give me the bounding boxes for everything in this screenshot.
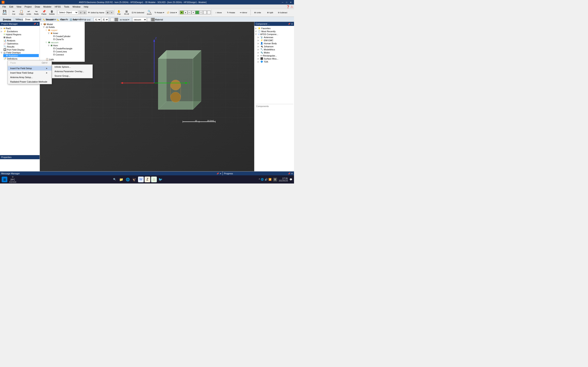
layers-icon[interactable]: ≡ — [110, 11, 113, 14]
subtract-button[interactable]: ⊖ Subtract — [277, 9, 289, 16]
ctx-radiated-power[interactable]: Radiated Power Calculation Method ▶ — [8, 80, 52, 84]
ct-molex[interactable]: ▷ 🔩 Molex — [258, 51, 293, 54]
notification-btn[interactable]: 💬 — [290, 178, 292, 181]
triangle-icon[interactable]: ▲ — [184, 11, 187, 14]
pm-close-btn[interactable]: ✕ — [37, 23, 38, 25]
ct-johanson[interactable]: ▷ 🔌 Johanson — [258, 45, 293, 48]
ct-favorites[interactable]: ▷ ⭐ Favorites — [255, 27, 293, 30]
vt-model[interactable]: ▽ 📦 Model — [41, 23, 84, 26]
tree-hybrid[interactable]: ⊞ Hybrid Regions — [1, 33, 39, 36]
tree-excitations[interactable]: ▷ ⚡ Excitations — [1, 30, 39, 33]
ctx-insert-near[interactable]: Insert Near Field Setup ▶ — [8, 71, 52, 75]
circle-icon[interactable]: ● — [191, 11, 195, 14]
ctx-paste[interactable]: Paste Ctrl+V — [8, 60, 52, 65]
rect-icon[interactable]: ▭ — [188, 11, 191, 14]
menu-tools[interactable]: Tools — [62, 4, 71, 9]
vt-inner[interactable]: ▽ ◼ Inner — [48, 32, 84, 35]
tab-desktop[interactable]: Desktop — [1, 17, 13, 21]
copy-button[interactable]: 📋 Copy — [17, 9, 25, 16]
network-icon[interactable]: 🌐 — [261, 178, 264, 181]
ct-rectangular[interactable]: ▷ ▭ Rectangular... — [258, 54, 293, 57]
pan-button[interactable]: ✋ Pan — [115, 9, 123, 16]
search-icon[interactable]: 🔍 — [112, 176, 118, 182]
rotate-button[interactable]: ↻ Rotate ▾ — [153, 9, 165, 16]
tree-results[interactable]: 📉 Results — [1, 45, 39, 48]
cp-close-btn[interactable]: ✕ — [291, 23, 293, 25]
orient-button[interactable]: 🧭 Orient ▾ — [165, 9, 178, 16]
ct-antennas[interactable]: ▷ 📡 Antennas — [258, 36, 293, 39]
material-icon2[interactable] — [151, 18, 155, 21]
tree-mesh[interactable]: ⊠ Mesh — [1, 36, 39, 39]
help-icon[interactable]: ❓ — [286, 5, 290, 8]
menu-window[interactable]: Window — [71, 4, 82, 9]
select-combo[interactable]: Select: Object — [58, 10, 78, 15]
taskbar-browser[interactable]: 🌐 — [125, 176, 131, 182]
ct-surface-mou[interactable]: ▷ ⬛ Surface Mou... — [258, 57, 293, 60]
tab-model[interactable]: Model — [33, 17, 43, 21]
model-icon1[interactable] — [111, 18, 114, 21]
mirror-button[interactable]: ⇔ Mirror — [237, 9, 250, 16]
menu-modeler[interactable]: Modeler — [42, 4, 53, 9]
cut-button[interactable]: ✂ Cut — [10, 9, 17, 16]
rotate2-button[interactable]: ↻ Rotate — [225, 9, 237, 16]
pg-close-btn[interactable]: ✕ — [291, 173, 293, 175]
tab-draw[interactable]: Draw — [23, 17, 33, 21]
select-icon2[interactable]: ◎ — [83, 11, 86, 14]
filter-icon[interactable]: ⊕ — [106, 11, 109, 14]
menu-help[interactable]: Help — [82, 4, 90, 9]
menu-project[interactable]: Project — [23, 4, 33, 9]
unite-button[interactable]: ⊕ Unite — [251, 9, 264, 16]
start-btn[interactable]: ⊞ — [2, 176, 7, 182]
tree-field-overlays[interactable]: ▽ 🗂 Field Overlays — [1, 51, 39, 54]
material-combo[interactable]: vacuum — [132, 17, 147, 22]
taskbar-edge[interactable]: 🦅 — [131, 176, 137, 182]
tree-radiation[interactable]: ☢ Radiation — [3, 54, 39, 57]
ellipse-icon[interactable]: ⬯ — [195, 11, 199, 14]
menu-hfss[interactable]: HFSS — [53, 4, 62, 9]
tree-analysis[interactable]: 📊 Analysis — [1, 39, 39, 42]
vt-solids[interactable]: ▽ 🗃 Solids — [43, 26, 84, 29]
tree-port-field[interactable]: 🔲 Port Field Display — [1, 48, 39, 51]
maximize-btn[interactable]: □ — [285, 1, 288, 4]
taskbar-file-explorer[interactable]: 📁 — [118, 176, 124, 182]
tab-results[interactable]: Results — [59, 17, 70, 21]
ctx-antenna-array[interactable]: Antenna Array Setup... — [8, 75, 52, 80]
cp-pin-btn[interactable]: 📌 — [288, 23, 290, 25]
select-icon1[interactable]: ⊙ — [79, 11, 82, 14]
ctx-infinite-sphere[interactable]: Infinite Sphere... — [52, 65, 93, 69]
paste-button[interactable]: 📌 Paste — [40, 9, 48, 16]
plane-combo[interactable]: XZ — [94, 17, 101, 22]
draw-icon2[interactable] — [207, 11, 211, 14]
vt-horn[interactable]: ▽ ◼ Horn — [48, 44, 84, 47]
minimize-btn[interactable]: ─ — [281, 1, 284, 4]
tree-definitions[interactable]: 📝 Definitions — [1, 57, 39, 60]
taskbar-zy[interactable]: Z — [145, 176, 150, 182]
viewport[interactable]: ▽ 📦 Model ▽ 🗃 Solids ▽ ◼ copper ▽ ◼ Inne… — [40, 22, 254, 171]
taskbar-edt[interactable]: 📋 — [151, 176, 157, 182]
draw-icon1[interactable] — [203, 11, 207, 14]
menu-draw[interactable]: Draw — [33, 4, 42, 9]
vt-createrect[interactable]: ⊡ CreateRectangle — [51, 47, 84, 50]
wifi-icon[interactable]: 📶 — [268, 178, 272, 181]
fit-selected-button[interactable]: ⊡ Fit Selected — [130, 9, 145, 16]
mm-pin-btn[interactable]: 📌 — [216, 173, 219, 175]
select-by-name-button[interactable]: 👁 Select by Name — [87, 9, 105, 16]
save-button[interactable]: 💾 Save — [1, 9, 8, 16]
vt-vacuum[interactable]: ▽ ◼ vacuum — [45, 41, 84, 44]
close-btn[interactable]: ✕ — [289, 1, 292, 4]
ct-emi-emc[interactable]: ▷ ⚡ EMI EMC — [258, 39, 293, 42]
tree-rad1[interactable]: ▷ ◆ Rad1 — [1, 27, 39, 30]
pg-pin-btn[interactable]: 📌 — [288, 173, 290, 175]
box-icon[interactable]: ■ — [180, 11, 183, 14]
undo-button[interactable]: ↩ Undo — [25, 9, 33, 16]
menu-file[interactable]: File — [1, 4, 8, 9]
move-button[interactable]: ↕ Move — [213, 9, 225, 16]
vt-copper[interactable]: ▽ ◼ copper — [45, 29, 84, 32]
units3d-combo[interactable]: 3D — [101, 17, 109, 22]
ct-most-recently[interactable]: ▽ 🕐 Most Recently — [255, 30, 293, 33]
ct-human-body[interactable]: ▷ 👤 Human Body — [258, 42, 293, 45]
taskbar-word[interactable]: W — [138, 176, 144, 182]
chevron-icon[interactable]: ^ — [259, 178, 260, 181]
zoom-button[interactable]: 🔍 Zoom — [146, 9, 153, 16]
ct-hfss-components[interactable]: ▽ H HFSS Compone... — [255, 33, 293, 36]
